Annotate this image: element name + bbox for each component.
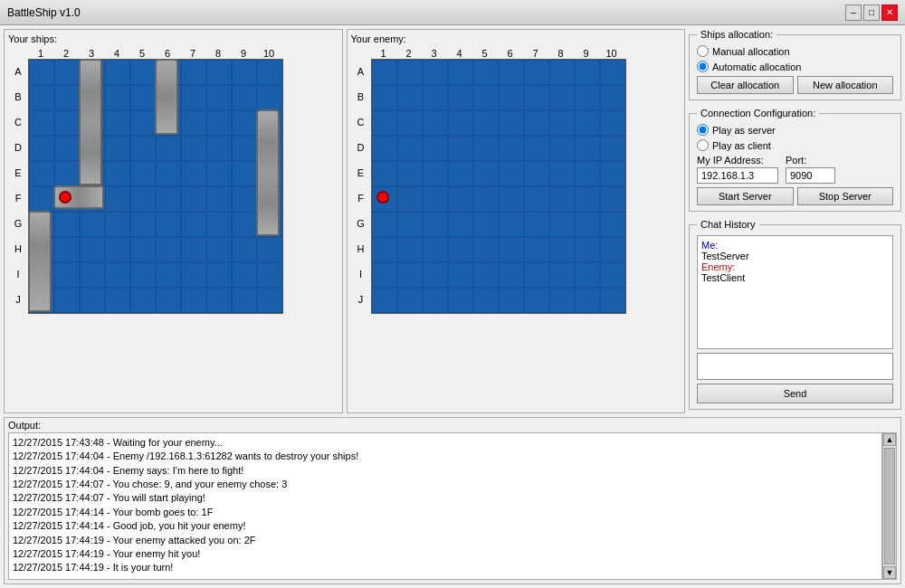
scroll-thumb[interactable] bbox=[884, 448, 895, 564]
manual-allocation-radio[interactable] bbox=[697, 45, 709, 57]
enemy-cell-4-9[interactable] bbox=[600, 161, 625, 186]
enemy-cell-8-5[interactable] bbox=[499, 262, 524, 288]
enemy-cell-3-3[interactable] bbox=[448, 136, 473, 161]
maximize-button[interactable]: □ bbox=[863, 5, 880, 21]
your-cell-2-1[interactable] bbox=[54, 110, 80, 136]
enemy-cell-3-7[interactable] bbox=[549, 136, 575, 161]
manual-allocation-row[interactable]: Manual allocation bbox=[697, 45, 893, 57]
enemy-cell-4-8[interactable] bbox=[575, 161, 600, 186]
enemy-cell-6-8[interactable] bbox=[575, 212, 600, 237]
enemy-cell-9-9[interactable] bbox=[600, 288, 625, 313]
enemy-cell-6-9[interactable] bbox=[600, 212, 625, 237]
your-cell-2-7[interactable] bbox=[206, 110, 232, 136]
enemy-cell-6-7[interactable] bbox=[549, 212, 575, 237]
enemy-cell-2-9[interactable] bbox=[600, 110, 625, 136]
enemy-cell-0-9[interactable] bbox=[600, 60, 625, 85]
your-cell-8-2[interactable] bbox=[80, 262, 105, 288]
enemy-cell-7-2[interactable] bbox=[423, 237, 448, 262]
enemy-cell-8-4[interactable] bbox=[473, 262, 499, 288]
enemy-cell-1-7[interactable] bbox=[549, 85, 575, 110]
your-cell-1-3[interactable] bbox=[105, 85, 130, 110]
enemy-cell-9-8[interactable] bbox=[575, 288, 600, 313]
play-as-client-row[interactable]: Play as client bbox=[697, 139, 893, 151]
enemy-cell-9-0[interactable] bbox=[372, 288, 397, 313]
enemy-cell-9-5[interactable] bbox=[499, 288, 524, 313]
play-as-server-radio[interactable] bbox=[697, 124, 709, 136]
enemy-cell-0-8[interactable] bbox=[575, 60, 600, 85]
enemy-cell-1-0[interactable] bbox=[372, 85, 397, 110]
enemy-cell-7-7[interactable] bbox=[549, 237, 575, 262]
enemy-cell-2-5[interactable] bbox=[499, 110, 524, 136]
enemy-cells[interactable] bbox=[371, 59, 626, 314]
your-cell-9-6[interactable] bbox=[181, 288, 206, 313]
enemy-cell-2-0[interactable] bbox=[372, 110, 397, 136]
your-cell-0-7[interactable] bbox=[206, 60, 232, 85]
your-cell-1-7[interactable] bbox=[206, 85, 232, 110]
automatic-allocation-radio[interactable] bbox=[697, 61, 709, 72]
enemy-cell-3-9[interactable] bbox=[600, 136, 625, 161]
enemy-cell-4-1[interactable] bbox=[397, 161, 423, 186]
your-cell-9-3[interactable] bbox=[105, 288, 130, 313]
your-cell-2-8[interactable] bbox=[232, 110, 257, 136]
enemy-cell-7-8[interactable] bbox=[575, 237, 600, 262]
enemy-cell-6-5[interactable] bbox=[499, 212, 524, 237]
your-cell-8-3[interactable] bbox=[105, 262, 130, 288]
send-button[interactable]: Send bbox=[697, 384, 893, 403]
enemy-cell-3-6[interactable] bbox=[524, 136, 549, 161]
your-cell-9-5[interactable] bbox=[156, 288, 181, 313]
enemy-cell-7-1[interactable] bbox=[397, 237, 423, 262]
enemy-cell-8-6[interactable] bbox=[524, 262, 549, 288]
enemy-cell-3-8[interactable] bbox=[575, 136, 600, 161]
your-cell-0-9[interactable] bbox=[257, 60, 282, 85]
your-cell-4-3[interactable] bbox=[105, 161, 130, 186]
enemy-cell-5-1[interactable] bbox=[397, 186, 423, 212]
minimize-button[interactable]: – bbox=[845, 5, 862, 21]
your-cell-3-8[interactable] bbox=[232, 136, 257, 161]
enemy-cell-7-3[interactable] bbox=[448, 237, 473, 262]
enemy-cell-2-4[interactable] bbox=[473, 110, 499, 136]
enemy-cell-2-1[interactable] bbox=[397, 110, 423, 136]
enemy-cell-9-4[interactable] bbox=[473, 288, 499, 313]
your-cell-3-0[interactable] bbox=[29, 136, 54, 161]
your-cell-7-4[interactable] bbox=[130, 237, 156, 262]
enemy-cell-9-1[interactable] bbox=[397, 288, 423, 313]
close-button[interactable]: ✕ bbox=[881, 5, 898, 21]
enemy-cell-7-0[interactable] bbox=[372, 237, 397, 262]
play-as-client-radio[interactable] bbox=[697, 139, 709, 151]
enemy-cell-9-7[interactable] bbox=[549, 288, 575, 313]
enemy-cell-5-7[interactable] bbox=[549, 186, 575, 212]
play-as-server-row[interactable]: Play as server bbox=[697, 124, 893, 136]
enemy-cell-4-3[interactable] bbox=[448, 161, 473, 186]
enemy-cell-5-8[interactable] bbox=[575, 186, 600, 212]
your-cell-6-3[interactable] bbox=[105, 212, 130, 237]
enemy-cell-6-4[interactable] bbox=[473, 212, 499, 237]
enemy-cell-0-2[interactable] bbox=[423, 60, 448, 85]
your-cell-9-4[interactable] bbox=[130, 288, 156, 313]
enemy-cell-1-9[interactable] bbox=[600, 85, 625, 110]
enemy-cell-8-3[interactable] bbox=[448, 262, 473, 288]
chat-input-field[interactable] bbox=[697, 353, 893, 380]
your-cell-1-1[interactable] bbox=[54, 85, 80, 110]
enemy-cell-4-0[interactable] bbox=[372, 161, 397, 186]
your-cell-8-9[interactable] bbox=[257, 262, 282, 288]
your-cell-7-7[interactable] bbox=[206, 237, 232, 262]
enemy-cell-9-2[interactable] bbox=[423, 288, 448, 313]
your-cell-0-3[interactable] bbox=[105, 60, 130, 85]
enemy-cell-5-4[interactable] bbox=[473, 186, 499, 212]
your-cell-7-2[interactable] bbox=[80, 237, 105, 262]
your-cell-8-7[interactable] bbox=[206, 262, 232, 288]
enemy-cell-2-2[interactable] bbox=[423, 110, 448, 136]
enemy-cell-0-0[interactable] bbox=[372, 60, 397, 85]
your-cell-7-5[interactable] bbox=[156, 237, 181, 262]
your-cell-1-9[interactable] bbox=[257, 85, 282, 110]
new-allocation-button[interactable]: New allocation bbox=[797, 76, 894, 94]
enemy-cell-5-2[interactable] bbox=[423, 186, 448, 212]
your-cell-0-6[interactable] bbox=[181, 60, 206, 85]
stop-server-button[interactable]: Stop Server bbox=[797, 187, 894, 205]
output-text[interactable]: 12/27/2015 17:43:33 - Your ships are all… bbox=[8, 432, 882, 580]
automatic-allocation-row[interactable]: Automatic allocation bbox=[697, 61, 893, 72]
your-cell-2-3[interactable] bbox=[105, 110, 130, 136]
enemy-cell-8-0[interactable] bbox=[372, 262, 397, 288]
enemy-cell-8-7[interactable] bbox=[549, 262, 575, 288]
enemy-cell-3-5[interactable] bbox=[499, 136, 524, 161]
